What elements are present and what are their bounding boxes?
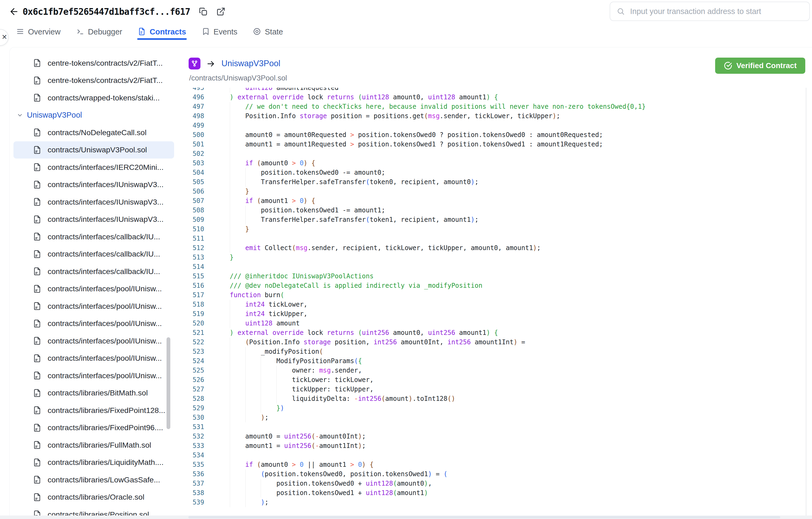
line-number[interactable]: 534 xyxy=(178,450,204,460)
line-number[interactable]: 500 xyxy=(178,130,204,140)
line-number[interactable]: 501 xyxy=(178,140,204,149)
search-icon xyxy=(617,7,625,15)
sidebar-file-item[interactable]: contracts/libraries/FullMath.sol xyxy=(13,436,174,454)
sidebar-file-item[interactable]: contracts/libraries/BitMath.sol xyxy=(13,384,174,402)
code-line: 520uint128 amount xyxy=(178,319,806,328)
line-number[interactable]: 505 xyxy=(178,177,204,187)
code-token: ) xyxy=(362,460,366,469)
sidebar-file-item[interactable]: centre-tokens/contracts/v2/FiatT... xyxy=(13,54,174,72)
line-number[interactable]: 532 xyxy=(178,432,204,441)
sidebar-file-item[interactable]: contracts/libraries/LowGasSafe... xyxy=(13,471,174,489)
chevron-down-icon[interactable] xyxy=(17,112,23,118)
line-number[interactable]: 526 xyxy=(178,375,204,385)
code-token: ) xyxy=(514,337,517,347)
line-number[interactable]: 525 xyxy=(178,366,204,375)
line-number[interactable]: 513 xyxy=(178,253,204,262)
sidebar-file-item[interactable]: contracts/interfaces/pool/IUnisw... xyxy=(13,332,174,350)
line-number[interactable]: 507 xyxy=(178,196,204,206)
tab-contracts[interactable]: Contracts xyxy=(138,23,186,40)
sidebar-file-item[interactable]: contracts/interfaces/pool/IUnisw... xyxy=(13,315,174,332)
code-token: token0, recipient, amount0 xyxy=(370,177,471,187)
sidebar-file-item[interactable]: contracts/interfaces/pool/IUnisw... xyxy=(13,350,174,367)
transaction-search-box[interactable] xyxy=(610,2,810,21)
sidebar-file-item[interactable]: contracts/libraries/Oracle.sol xyxy=(13,489,174,506)
line-number[interactable]: 523 xyxy=(178,347,204,356)
line-number[interactable]: 509 xyxy=(178,215,204,224)
line-number[interactable]: 535 xyxy=(178,460,204,469)
horizontal-scrollbar-thumb[interactable] xyxy=(188,516,780,518)
line-number[interactable]: 516 xyxy=(178,281,204,291)
line-number[interactable]: 522 xyxy=(178,337,204,347)
sidebar-file-item[interactable]: contracts/interfaces/IUniswapV3... xyxy=(13,176,174,194)
line-number[interactable]: 539 xyxy=(178,498,204,507)
line-number[interactable]: 514 xyxy=(178,262,204,272)
code-line: 511 xyxy=(178,234,806,243)
sidebar-file-item[interactable]: centre-tokens/contracts/v2/FiatT... xyxy=(13,72,174,89)
sidebar-file-item[interactable]: contracts/libraries/FixedPoint128... xyxy=(13,402,174,419)
code-token: position.tokensOwed0 ? position.tokensOw… xyxy=(354,130,603,140)
sidebar-file-item[interactable]: contracts/UniswapV3Pool.sol xyxy=(13,141,174,159)
copy-icon[interactable] xyxy=(198,6,208,17)
tab-overview[interactable]: Overview xyxy=(16,23,61,40)
external-link-icon[interactable] xyxy=(215,6,226,17)
line-number[interactable]: 533 xyxy=(178,441,204,450)
back-button[interactable] xyxy=(8,6,20,18)
line-number[interactable]: 498 xyxy=(178,111,204,121)
sidebar-group-uniswapv3pool[interactable]: UniswapV3Pool xyxy=(10,107,178,124)
sidebar-file-item[interactable]: contracts/interfaces/pool/IUnisw... xyxy=(13,367,174,384)
line-number[interactable]: 497 xyxy=(178,102,204,111)
line-number[interactable]: 518 xyxy=(178,300,204,309)
sidebar-file-item[interactable]: contracts/libraries/FixedPoint96.... xyxy=(13,419,174,437)
contract-name-link[interactable]: UniswapV3Pool xyxy=(222,59,280,69)
source-code-view[interactable]: 495uint128 amount1Requested496) external… xyxy=(178,88,806,515)
tab-state[interactable]: State xyxy=(253,23,283,40)
line-number[interactable]: 521 xyxy=(178,328,204,337)
sidebar-file-item[interactable]: contracts/interfaces/callback/IU... xyxy=(13,263,174,280)
sidebar-file-item[interactable]: contracts/interfaces/callback/IU... xyxy=(13,246,174,263)
line-number[interactable]: 508 xyxy=(178,206,204,215)
line-number[interactable]: 515 xyxy=(178,272,204,281)
line-number[interactable]: 524 xyxy=(178,356,204,366)
tab-debugger[interactable]: Debugger xyxy=(76,23,122,40)
line-number[interactable]: 502 xyxy=(178,149,204,159)
line-number[interactable]: 519 xyxy=(178,309,204,319)
line-number[interactable]: 527 xyxy=(178,385,204,394)
line-number[interactable]: 536 xyxy=(178,469,204,479)
line-number[interactable]: 530 xyxy=(178,413,204,422)
sidebar-collapse-handle[interactable]: ✕ xyxy=(0,29,9,46)
sidebar-file-item[interactable]: contracts/interfaces/IUniswapV3... xyxy=(13,211,174,228)
search-input[interactable] xyxy=(630,7,809,16)
code-token: tickUpper: tickUpper, xyxy=(292,385,373,394)
line-number[interactable]: 517 xyxy=(178,291,204,300)
line-number[interactable]: 538 xyxy=(178,488,204,498)
line-number[interactable]: 495 xyxy=(178,88,204,92)
line-number[interactable]: 503 xyxy=(178,159,204,168)
indent-guides xyxy=(214,224,244,234)
sidebar-file-item[interactable]: contracts/interfaces/IUniswapV3... xyxy=(13,193,174,211)
verified-contract-badge[interactable]: Verified Contract xyxy=(715,58,805,74)
sidebar-file-item[interactable]: contracts/interfaces/IERC20Mini... xyxy=(13,159,174,176)
sidebar-file-item[interactable]: contracts/libraries/LiquidityMath.... xyxy=(13,454,174,471)
sidebar-file-item[interactable]: contracts/interfaces/pool/IUnisw... xyxy=(13,297,174,315)
line-number[interactable]: 528 xyxy=(178,394,204,404)
code-token: tickUpper, xyxy=(265,309,308,319)
line-number[interactable]: 496 xyxy=(178,92,204,102)
sidebar-file-item[interactable]: contracts/interfaces/pool/IUnisw... xyxy=(13,280,174,298)
line-number[interactable]: 529 xyxy=(178,404,204,413)
line-number[interactable]: 506 xyxy=(178,187,204,196)
tab-events[interactable]: Events xyxy=(202,23,238,40)
line-number[interactable]: 531 xyxy=(178,422,204,432)
line-number[interactable]: 512 xyxy=(178,243,204,253)
sidebar-file-item[interactable]: contracts/interfaces/callback/IU... xyxy=(13,228,174,246)
line-number[interactable]: 504 xyxy=(178,168,204,177)
file-doc-icon xyxy=(34,163,40,171)
line-number[interactable]: 499 xyxy=(178,121,204,130)
sidebar-file-item[interactable]: contracts/wrapped-tokens/staki... xyxy=(13,89,174,107)
line-number[interactable]: 520 xyxy=(178,319,204,328)
sidebar-scrollbar[interactable] xyxy=(167,337,170,429)
line-number[interactable]: 511 xyxy=(178,234,204,243)
sidebar-file-item[interactable]: contracts/NoDelegateCall.sol xyxy=(13,124,174,141)
line-number[interactable]: 537 xyxy=(178,479,204,488)
line-number[interactable]: 510 xyxy=(178,224,204,234)
code-token: position.tokensOwed1 -= amount1; xyxy=(261,206,385,215)
